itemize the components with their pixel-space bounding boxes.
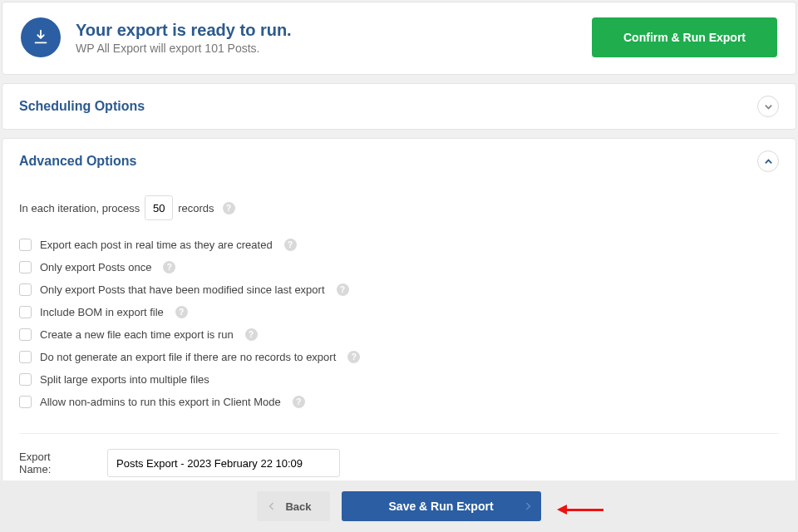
- back-button[interactable]: Back: [257, 491, 329, 521]
- option-label: Only export Posts that have been modifie…: [40, 283, 325, 296]
- header-texts: Your export is ready to run. WP All Expo…: [76, 21, 292, 55]
- advanced-options-header[interactable]: Advanced Options: [2, 139, 796, 184]
- help-icon[interactable]: ?: [175, 306, 188, 318]
- option-label: Export each post in real time as they ar…: [40, 239, 273, 251]
- option-row: Export each post in real time as they ar…: [19, 234, 779, 256]
- export-icon: [21, 17, 61, 57]
- iteration-prefix: In each iteration, process: [19, 202, 140, 214]
- confirm-run-export-button[interactable]: Confirm & Run Export: [592, 17, 777, 57]
- help-icon[interactable]: ?: [223, 202, 235, 214]
- option-row: Include BOM in export file?: [19, 301, 779, 323]
- option-label: Allow non-admins to run this export in C…: [40, 396, 281, 408]
- option-row: Only export Posts that have been modifie…: [19, 278, 779, 301]
- help-icon[interactable]: ?: [163, 261, 175, 273]
- option-checkbox[interactable]: [19, 306, 32, 318]
- advanced-options-title: Advanced Options: [19, 154, 136, 169]
- export-ready-panel: Your export is ready to run. WP All Expo…: [2, 2, 796, 75]
- export-name-label: Export Name:: [19, 451, 84, 475]
- export-name-row: Export Name:: [19, 449, 779, 477]
- help-icon[interactable]: ?: [347, 351, 360, 363]
- option-label: Only export Posts once: [40, 261, 151, 273]
- option-label: Create a new file each time export is ru…: [40, 328, 234, 341]
- chevron-right-icon: [525, 501, 531, 511]
- option-row: Do not generate an export file if there …: [19, 346, 779, 368]
- scheduling-options-panel: Scheduling Options: [2, 83, 796, 130]
- option-checkbox[interactable]: [19, 261, 32, 273]
- help-icon[interactable]: ?: [245, 328, 258, 341]
- option-checkbox[interactable]: [19, 373, 32, 386]
- divider: [19, 433, 779, 434]
- option-checkbox[interactable]: [19, 328, 32, 341]
- option-checkbox[interactable]: [19, 351, 32, 363]
- option-label: Include BOM in export file: [40, 306, 164, 318]
- header-left: Your export is ready to run. WP All Expo…: [21, 17, 292, 57]
- iteration-suffix: records: [178, 202, 214, 214]
- chevron-down-icon[interactable]: [757, 96, 779, 117]
- save-button-label: Save & Run Export: [389, 500, 494, 513]
- option-row: Only export Posts once?: [19, 256, 779, 278]
- scheduling-options-header[interactable]: Scheduling Options: [2, 84, 796, 129]
- iteration-count-input[interactable]: [145, 195, 173, 220]
- chevron-up-icon[interactable]: [757, 150, 779, 172]
- help-icon[interactable]: ?: [284, 239, 297, 251]
- option-row: Allow non-admins to run this export in C…: [19, 391, 779, 413]
- option-label: Do not generate an export file if there …: [40, 351, 336, 363]
- scheduling-options-title: Scheduling Options: [19, 99, 145, 114]
- back-button-label: Back: [285, 500, 311, 513]
- footer-bar: Back Save & Run Export: [0, 480, 798, 532]
- iteration-row: In each iteration, process records ?: [19, 195, 779, 220]
- option-checkbox[interactable]: [19, 283, 32, 296]
- save-run-export-button[interactable]: Save & Run Export: [342, 491, 541, 521]
- option-checkbox[interactable]: [19, 239, 32, 251]
- option-row: Create a new file each time export is ru…: [19, 323, 779, 346]
- export-ready-title: Your export is ready to run.: [76, 21, 292, 40]
- option-checkbox[interactable]: [19, 396, 32, 408]
- help-icon[interactable]: ?: [293, 396, 305, 408]
- export-ready-subtitle: WP All Export will export 101 Posts.: [76, 42, 292, 55]
- export-name-input[interactable]: [107, 449, 340, 477]
- option-label: Split large exports into multiple files: [40, 373, 209, 386]
- chevron-left-icon: [268, 501, 275, 511]
- advanced-options-body: In each iteration, process records ? Exp…: [2, 195, 796, 497]
- option-row: Split large exports into multiple files: [19, 368, 779, 391]
- help-icon[interactable]: ?: [337, 283, 349, 296]
- callout-arrow: [557, 505, 603, 515]
- advanced-options-panel: Advanced Options In each iteration, proc…: [2, 138, 796, 498]
